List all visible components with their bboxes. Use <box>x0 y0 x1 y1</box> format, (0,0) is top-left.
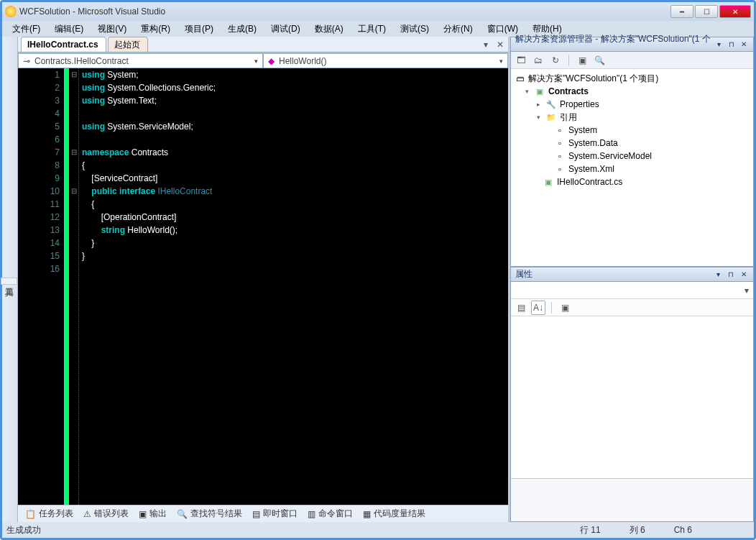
file-node[interactable]: ▣ IHelloContract.cs <box>514 175 750 188</box>
maximize-button[interactable]: ☐ <box>695 5 718 18</box>
separator <box>551 302 552 314</box>
solution-tree[interactable]: 🗃 解决方案"WCFSolution"(1 个项目) ▾ ▣ Contracts… <box>511 69 753 266</box>
folder-icon: 🔧 <box>545 99 557 109</box>
properties-object-dropdown[interactable]: ▾ <box>511 282 753 299</box>
status-message: 生成成功 <box>6 524 551 536</box>
properties-toolbar: ▤ A↓ ▣ <box>511 299 753 316</box>
expand-icon[interactable]: ▾ <box>534 114 543 121</box>
cs-file-icon: ▣ <box>543 177 554 187</box>
status-bar: 生成成功 行 11 列 6 Ch 6 <box>2 522 754 538</box>
line-number-gutter: 12345678910111213141516 <box>18 68 65 505</box>
left-tool-dock: 工具箱 服务器资源管理器 <box>2 37 18 522</box>
menu-view[interactable]: 视图(V) <box>92 22 132 37</box>
reference-icon: ▫ <box>554 164 566 174</box>
categorized-icon[interactable]: ▤ <box>514 301 528 315</box>
status-char: Ch 6 <box>674 525 692 535</box>
panel-close-icon[interactable]: ✕ <box>739 270 749 280</box>
interface-icon: ⊸ <box>23 56 30 66</box>
vs-app-icon <box>5 6 17 17</box>
tab-dropdown-icon[interactable]: ▾ <box>479 40 492 50</box>
reference-item[interactable]: ▫System <box>514 124 750 137</box>
member-dropdown-text: HelloWorld() <box>279 56 326 66</box>
menu-project[interactable]: 项目(P) <box>179 22 219 37</box>
show-all-files-icon[interactable]: 🗂 <box>531 53 545 68</box>
solution-explorer-header[interactable]: 解决方案资源管理器 - 解决方案"WCFSolution"(1 个 ... ▾ … <box>511 37 753 52</box>
tool-immediate[interactable]: ▤即时窗口 <box>248 506 302 521</box>
method-icon: ◆ <box>268 56 275 66</box>
menu-tools[interactable]: 工具(T) <box>352 22 392 37</box>
tool-command[interactable]: ▥命令窗口 <box>303 506 357 521</box>
panel-menu-icon[interactable]: ▾ <box>714 40 724 50</box>
reference-item[interactable]: ▫System.Data <box>514 137 750 150</box>
expand-icon[interactable]: ▸ <box>534 101 543 108</box>
error-list-icon: ⚠ <box>83 509 91 519</box>
reference-item[interactable]: ▫System.Xml <box>514 163 750 175</box>
properties-header[interactable]: 属性 ▾ ⊓ ✕ <box>511 267 753 282</box>
task-list-icon: 📋 <box>25 509 36 519</box>
code-editor[interactable]: 12345678910111213141516 ⊟⊟⊟ using System… <box>18 68 508 505</box>
bottom-tool-tabs: 📋任务列表 ⚠错误列表 ▣输出 🔍查找符号结果 ▤即时窗口 ▥命令窗口 ▦代码度… <box>18 505 508 522</box>
member-dropdown[interactable]: ◆ HelloWorld() ▾ <box>263 53 508 68</box>
app-window: WCFSolution - Microsoft Visual Studio ━ … <box>0 0 756 540</box>
project-node[interactable]: ▾ ▣ Contracts <box>514 85 750 98</box>
csproj-icon: ▣ <box>534 86 545 96</box>
namespace-dropdown-text: Contracts.IHelloContract <box>34 56 129 66</box>
menu-build[interactable]: 生成(B) <box>222 22 262 37</box>
property-pages-icon[interactable]: ▣ <box>558 301 572 315</box>
refresh-icon[interactable]: ↻ <box>548 53 563 68</box>
menu-refactor[interactable]: 重构(R) <box>135 22 176 37</box>
panel-close-icon[interactable]: ✕ <box>739 40 749 50</box>
fold-margin[interactable]: ⊟⊟⊟ <box>69 68 79 505</box>
namespace-dropdown[interactable]: ⊸ Contracts.IHelloContract ▾ <box>18 53 263 68</box>
document-tabs: IHelloContract.cs 起始页 ▾ ✕ <box>18 37 508 52</box>
immediate-icon: ▤ <box>252 509 260 519</box>
minimize-button[interactable]: ━ <box>670 5 693 18</box>
code-navigation-bar: ⊸ Contracts.IHelloContract ▾ ◆ HelloWorl… <box>18 52 508 68</box>
main-layout: 工具箱 服务器资源管理器 IHelloContract.cs 起始页 ▾ ✕ ⊸… <box>2 37 754 522</box>
properties-description <box>511 478 753 521</box>
tool-output[interactable]: ▣输出 <box>134 506 171 521</box>
tab-label: IHelloContract.cs <box>27 40 98 50</box>
panel-title: 属性 <box>515 268 533 280</box>
pin-icon[interactable]: ⊓ <box>727 40 736 50</box>
properties-node[interactable]: ▸ 🔧 Properties <box>514 98 750 111</box>
menu-data[interactable]: 数据(A) <box>309 22 349 37</box>
menu-file[interactable]: 文件(F) <box>6 22 46 37</box>
toolbox-tab[interactable]: 工具箱 <box>1 278 17 285</box>
menu-debug[interactable]: 调试(D) <box>265 22 306 37</box>
editor-region: IHelloContract.cs 起始页 ▾ ✕ ⊸ Contracts.IH… <box>18 37 508 522</box>
properties-icon[interactable]: 🗔 <box>514 53 528 68</box>
reference-icon: ▫ <box>554 125 566 135</box>
tool-find-symbol[interactable]: 🔍查找符号结果 <box>172 506 246 521</box>
status-line: 行 11 <box>580 524 601 536</box>
view-class-diagram-icon[interactable]: 🔍 <box>592 53 607 68</box>
view-code-icon[interactable]: ▣ <box>575 53 589 68</box>
tool-error-list[interactable]: ⚠错误列表 <box>79 506 133 521</box>
solution-root-node[interactable]: 🗃 解决方案"WCFSolution"(1 个项目) <box>514 72 750 85</box>
references-node[interactable]: ▾ 📁 引用 <box>514 111 750 124</box>
properties-grid[interactable] <box>511 316 753 478</box>
tab-start-page[interactable]: 起始页 <box>108 37 148 52</box>
tool-task-list[interactable]: 📋任务列表 <box>21 506 78 521</box>
code-area[interactable]: using System;using System.Collections.Ge… <box>79 68 508 505</box>
chevron-down-icon: ▾ <box>254 58 258 65</box>
menu-test[interactable]: 测试(S) <box>395 22 435 37</box>
references-folder-icon: 📁 <box>545 112 557 122</box>
tab-label: 起始页 <box>114 39 140 51</box>
output-icon: ▣ <box>139 509 147 519</box>
window-buttons: ━ ☐ ✕ <box>670 5 751 18</box>
separator <box>568 55 569 66</box>
reference-item[interactable]: ▫System.ServiceModel <box>514 150 750 163</box>
menu-edit[interactable]: 编辑(E) <box>49 22 89 37</box>
menu-analyze[interactable]: 分析(N) <box>438 22 479 37</box>
tab-close-icon[interactable]: ✕ <box>492 40 508 50</box>
tool-metrics[interactable]: ▦代码度量结果 <box>359 506 430 521</box>
close-button[interactable]: ✕ <box>719 5 751 18</box>
alphabetical-icon[interactable]: A↓ <box>531 301 545 315</box>
tab-ihellocontract[interactable]: IHelloContract.cs <box>21 37 106 52</box>
expand-icon[interactable]: ▾ <box>522 88 531 95</box>
reference-icon: ▫ <box>554 151 566 161</box>
solution-explorer-panel: 解决方案资源管理器 - 解决方案"WCFSolution"(1 个 ... ▾ … <box>510 37 754 267</box>
pin-icon[interactable]: ⊓ <box>726 270 736 280</box>
panel-menu-icon[interactable]: ▾ <box>713 270 723 280</box>
